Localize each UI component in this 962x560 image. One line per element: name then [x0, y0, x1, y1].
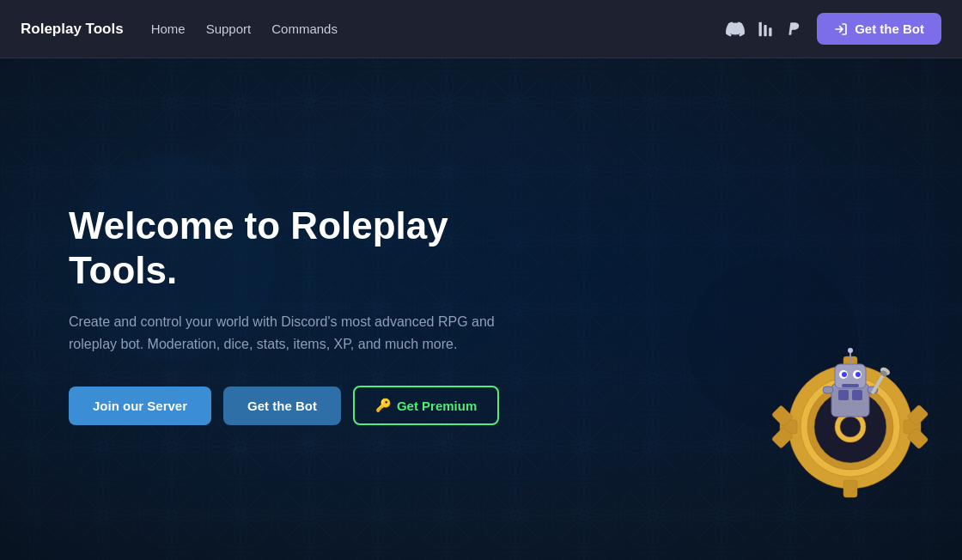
svg-rect-2 [769, 27, 771, 36]
navbar: Roleplay Tools Home Support Commands [0, 0, 962, 58]
hero-illustration [764, 337, 936, 508]
hero-buttons: Join our Server Get the Bot 🔑 Get Premiu… [69, 386, 533, 425]
svg-rect-0 [759, 21, 762, 36]
key-icon: 🔑 [375, 398, 392, 413]
join-server-button[interactable]: Join our Server [69, 387, 211, 425]
svg-rect-29 [852, 390, 862, 400]
svg-point-34 [855, 372, 861, 377]
nav-link-home[interactable]: Home [151, 21, 186, 36]
get-premium-button[interactable]: 🔑 Get Premium [353, 386, 499, 425]
hero-content: Welcome to Roleplay Tools. Create and co… [0, 135, 601, 426]
get-bot-button[interactable]: Get the Bot [817, 13, 941, 45]
svg-rect-27 [831, 384, 869, 417]
nav-brand: Roleplay Tools [21, 21, 124, 38]
get-bot-hero-button[interactable]: Get the Bot [223, 387, 341, 425]
discord-icon[interactable] [726, 20, 745, 39]
svg-rect-1 [764, 25, 766, 36]
nav-link-commands[interactable]: Commands [271, 21, 338, 36]
svg-point-26 [840, 417, 861, 437]
svg-rect-28 [838, 390, 849, 400]
paypal-icon[interactable] [786, 21, 803, 38]
nav-links: Home Support Commands [151, 21, 727, 36]
login-icon [834, 22, 848, 36]
hero-subtitle: Create and control your world with Disco… [69, 311, 515, 355]
svg-rect-37 [842, 384, 859, 387]
nav-link-support[interactable]: Support [206, 21, 252, 36]
hero-section: Welcome to Roleplay Tools. Create and co… [0, 0, 962, 560]
svg-point-33 [842, 372, 847, 377]
hero-title: Welcome to Roleplay Tools. [69, 204, 533, 295]
svg-rect-15 [843, 480, 857, 497]
nav-icons [726, 20, 803, 39]
svg-point-36 [848, 348, 853, 353]
patreon-bars-icon[interactable] [757, 21, 774, 38]
svg-rect-38 [823, 387, 833, 393]
